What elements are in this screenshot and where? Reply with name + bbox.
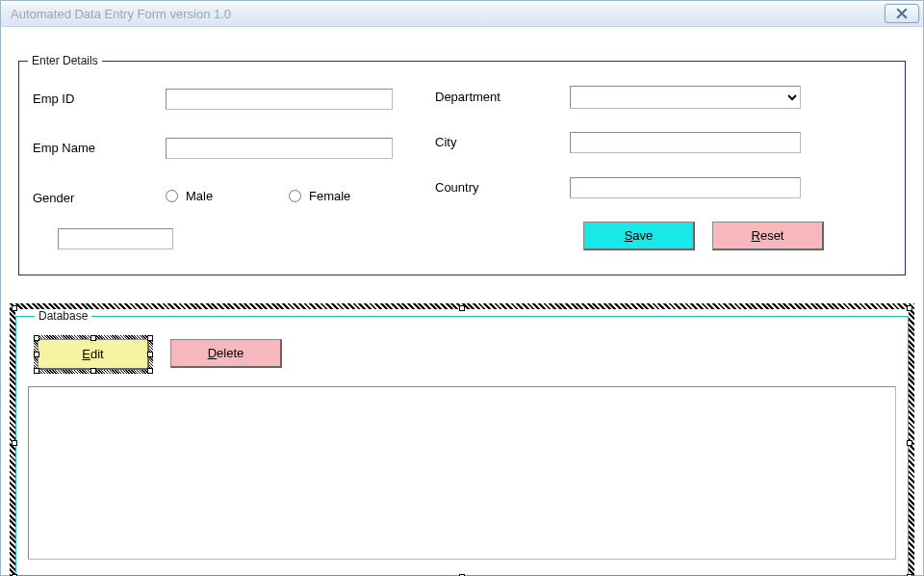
enter-details-legend: Enter Details [28,54,102,67]
edit-button[interactable]: Edit [38,339,149,370]
unlabeled-input[interactable] [58,228,173,249]
window: Automated Data Entry Form version 1.0 En… [0,0,924,576]
gender-male-radio[interactable] [166,190,178,202]
emp-id-label: Emp ID [33,92,74,106]
gender-female-label: Female [309,189,350,203]
database-group: Database Edit Delete [15,309,909,576]
window-title: Automated Data Entry Form version 1.0 [11,7,885,21]
country-input[interactable] [570,177,801,198]
city-input[interactable] [570,132,801,153]
department-label: Department [435,90,500,104]
edit-button-selection[interactable]: Edit [34,335,153,374]
close-icon [896,8,908,19]
emp-name-label: Emp Name [33,141,95,155]
delete-button[interactable]: Delete [170,339,282,368]
form-canvas: Enter Details Emp ID Emp Name Gender Mal… [0,27,924,576]
emp-name-input[interactable] [166,138,393,159]
database-listbox[interactable] [28,386,896,560]
gender-label: Gender [33,191,74,205]
country-label: Country [435,180,479,195]
database-group-selection[interactable]: Database Edit Delete [10,303,914,576]
gender-male-label: Male [186,189,213,203]
close-button[interactable] [885,4,919,23]
title-bar: Automated Data Entry Form version 1.0 [0,0,924,27]
city-label: City [435,135,456,149]
reset-button[interactable]: Reset [712,222,824,250]
gender-male-option[interactable]: Male [166,189,213,203]
department-select[interactable] [570,86,801,109]
save-button[interactable]: Save [583,222,695,250]
gender-female-option[interactable]: Female [289,189,350,203]
emp-id-input[interactable] [166,89,393,110]
enter-details-group: Enter Details Emp ID Emp Name Gender Mal… [18,54,906,275]
database-legend: Database [35,309,91,323]
gender-female-radio[interactable] [289,190,301,202]
